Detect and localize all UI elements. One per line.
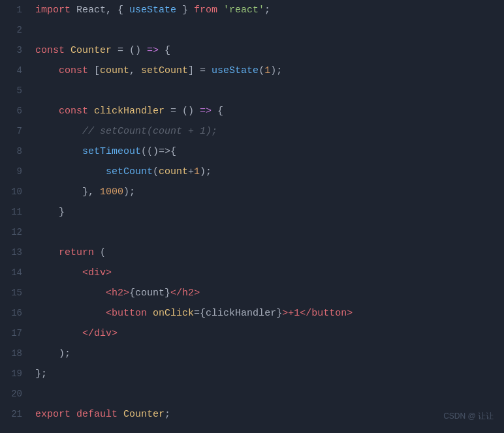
code-line: 7 // setCount(count + 1);: [0, 121, 504, 142]
code-line: 18 );: [0, 344, 504, 364]
token: clickHandler: [94, 106, 165, 117]
token: </: [82, 328, 94, 339]
token: useState: [129, 5, 176, 16]
line-number: 4: [0, 61, 33, 81]
line-number: 3: [0, 40, 33, 61]
token: div: [94, 328, 112, 339]
token: >: [194, 288, 200, 299]
token: (: [259, 65, 264, 76]
code-line: 3const Counter = () => {: [0, 40, 504, 61]
token: [65, 45, 71, 56]
token: };: [35, 368, 47, 380]
token: Counter: [71, 45, 112, 56]
token: [71, 409, 76, 420]
code-line: 4 const [count, setCount] = useState(1);: [0, 61, 504, 81]
code-line: 10 }, 1000);: [0, 182, 504, 202]
token: [35, 288, 106, 299]
token: [35, 187, 82, 198]
token: [88, 106, 94, 117]
token: <: [106, 288, 112, 299]
token: [35, 267, 82, 278]
line-number: 21: [0, 404, 33, 425]
line-content: }, 1000);: [33, 182, 504, 202]
token: +: [188, 166, 194, 177]
token: },: [82, 187, 100, 198]
token: count: [159, 166, 188, 177]
token: // setCount(count + 1);: [82, 126, 217, 137]
code-line: 17 </div>: [0, 323, 504, 344]
token: {: [159, 45, 170, 56]
token: }: [176, 5, 194, 16]
line-number: 12: [0, 222, 33, 243]
token: setCount: [141, 65, 188, 76]
line-content: <h2>{count}</h2>: [33, 283, 504, 303]
token: [35, 247, 59, 258]
line-number: 9: [0, 162, 33, 182]
token: [35, 328, 82, 339]
line-number: 20: [0, 384, 33, 404]
line-number: 14: [0, 263, 33, 283]
code-line: 15 <h2>{count}</h2>: [0, 283, 504, 303]
line-number: 2: [0, 20, 33, 40]
line-content: [33, 222, 504, 243]
line-number: 1: [0, 0, 33, 20]
line-content: }: [33, 202, 504, 222]
line-number: 6: [0, 101, 33, 121]
line-content: [33, 81, 504, 101]
token: from: [194, 5, 217, 16]
line-number: 16: [0, 303, 33, 323]
code-line: 13 return (: [0, 243, 504, 263]
token: h2: [112, 288, 123, 299]
line-number: 8: [0, 142, 33, 162]
code-line: 2: [0, 20, 504, 40]
token: React, {: [71, 5, 129, 16]
token: >: [106, 267, 112, 278]
token: ,: [129, 65, 141, 76]
token: }: [35, 207, 65, 218]
line-number: 15: [0, 283, 33, 303]
token: useState: [212, 65, 259, 76]
code-line: 16 <button onClick={clickHandler}>+1</bu…: [0, 303, 504, 323]
token: count: [100, 65, 129, 76]
line-content: const Counter = () => {: [33, 40, 504, 61]
token: >: [112, 328, 118, 339]
token: = (): [112, 45, 147, 56]
line-number: 13: [0, 243, 33, 263]
token: 1: [194, 166, 200, 177]
code-line: 6 const clickHandler = () => {: [0, 101, 504, 121]
token: {clickHandler}: [200, 308, 282, 319]
token: >: [123, 288, 129, 299]
line-number: 5: [0, 81, 33, 101]
token: [35, 166, 106, 177]
line-content: const clickHandler = () => {: [33, 101, 504, 121]
token: =>: [147, 45, 159, 56]
token: [147, 308, 153, 319]
code-line: 20: [0, 384, 504, 404]
token: );: [200, 166, 212, 177]
token: default: [76, 409, 118, 420]
line-content: [33, 20, 504, 40]
line-number: 10: [0, 182, 33, 202]
token: (()=>{: [141, 146, 176, 157]
token: ;: [165, 409, 170, 420]
token: onClick: [153, 308, 194, 319]
token: h2: [182, 288, 194, 299]
token: return: [59, 247, 94, 258]
token: export: [35, 409, 71, 420]
token: );: [270, 65, 282, 76]
token: [35, 308, 106, 319]
token: [217, 5, 223, 16]
line-content: <div>: [33, 263, 504, 283]
code-line: 5: [0, 81, 504, 101]
line-content: [33, 384, 504, 404]
token: );: [35, 348, 71, 359]
token: [35, 126, 82, 137]
line-content: setTimeout(()=>{: [33, 142, 504, 162]
token: 1: [264, 65, 270, 76]
line-content: };: [33, 364, 504, 384]
line-content: <button onClick={clickHandler}>+1</butto…: [33, 303, 504, 323]
token: =>: [200, 106, 212, 117]
token: setTimeout: [82, 146, 141, 157]
line-content: setCount(count+1);: [33, 162, 504, 182]
line-content: // setCount(count + 1);: [33, 121, 504, 142]
